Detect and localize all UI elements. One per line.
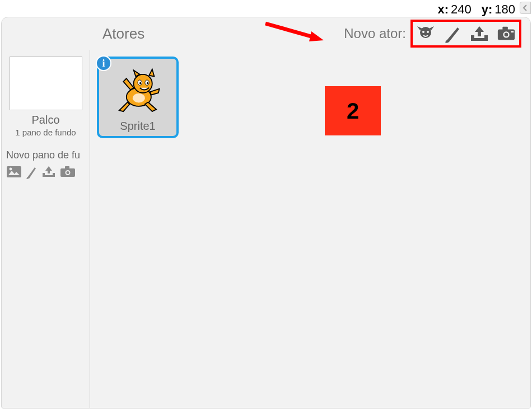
tab-sprites[interactable]: Atores xyxy=(90,17,160,50)
paintbrush-icon[interactable] xyxy=(25,165,38,179)
stage-sidebar: Palco 1 pano de fundo Novo pano de fu xyxy=(2,50,90,408)
camera-icon[interactable] xyxy=(497,24,516,43)
sprite-name: Sprite1 xyxy=(120,120,155,133)
new-backdrop-label: Novo pano de fu xyxy=(2,149,90,161)
upload-icon[interactable] xyxy=(470,24,489,43)
stage-label: Palco xyxy=(2,114,90,126)
svg-rect-12 xyxy=(65,166,69,169)
svg-point-21 xyxy=(133,93,145,103)
x-label: x: xyxy=(437,2,449,16)
svg-point-20 xyxy=(147,82,148,84)
svg-point-6 xyxy=(505,33,508,37)
paintbrush-icon[interactable] xyxy=(443,24,462,43)
svg-point-2 xyxy=(427,31,429,33)
x-value: 240 xyxy=(451,2,472,16)
new-backdrop-toolbar xyxy=(2,165,90,179)
image-icon[interactable] xyxy=(6,165,22,179)
sprites-panel: Atores Novo ator: xyxy=(1,17,531,409)
y-label: y: xyxy=(482,2,493,16)
camera-icon[interactable] xyxy=(60,166,76,178)
new-sprite-label: Novo ator: xyxy=(344,26,406,41)
panel-header: Atores Novo ator: xyxy=(2,17,530,50)
stage-thumbnail-wrap xyxy=(10,57,82,110)
backdrop-count: 1 pano de fundo xyxy=(2,128,90,137)
svg-point-1 xyxy=(422,31,424,33)
scroll-left-icon[interactable] xyxy=(520,2,531,14)
info-icon[interactable]: i xyxy=(96,55,111,71)
coordinate-readout: x:240 y:180 xyxy=(437,2,515,17)
sprite-tile[interactable]: i Sprite1 xyxy=(97,57,179,138)
annotation-callout: 2 xyxy=(325,86,381,135)
svg-point-19 xyxy=(139,82,141,84)
svg-rect-4 xyxy=(502,27,507,30)
tab-sprites-label: Atores xyxy=(102,25,144,43)
sprite-list: i Sprite1 xyxy=(90,50,530,408)
stage-thumbnail[interactable] xyxy=(10,57,82,110)
svg-rect-7 xyxy=(511,31,514,32)
svg-point-10 xyxy=(10,168,12,171)
y-value: 180 xyxy=(494,2,515,16)
new-sprite-toolbar xyxy=(410,20,521,48)
scratch-cat-icon xyxy=(112,67,164,119)
annotation-callout-number: 2 xyxy=(347,98,359,124)
upload-icon[interactable] xyxy=(41,165,57,179)
sprite-library-icon[interactable] xyxy=(416,24,435,43)
svg-rect-8 xyxy=(7,166,21,177)
svg-point-14 xyxy=(67,171,69,174)
